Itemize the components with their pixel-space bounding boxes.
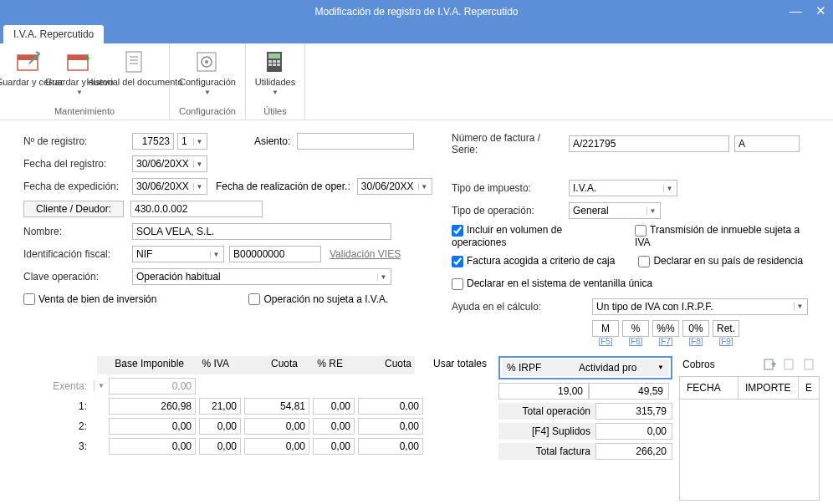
cobros-body[interactable] [680, 400, 819, 500]
r2-re[interactable] [313, 418, 355, 435]
op-no-sujeta-check[interactable]: Operación no sujeta a I.V.A. [248, 293, 388, 306]
clave-select[interactable]: Operación habitual▼ [132, 268, 391, 285]
declarar-pais-check[interactable]: Declarar en su país de residencia [638, 255, 803, 267]
chevron-down-icon: ▼ [272, 89, 279, 96]
irpf-act-head[interactable]: Actividad pro▼ [574, 359, 669, 376]
window-title: Modificación de registro de I.V.A. Reper… [314, 6, 518, 18]
svg-rect-5 [126, 52, 141, 72]
n-registro-serie[interactable]: 1▼ [177, 133, 207, 150]
ayuda-select[interactable]: Un tipo de IVA con I.R.P.F.▼ [592, 298, 808, 315]
nombre-label: Nombre: [23, 226, 132, 237]
cobros-grid: FECHA IMPORTE E [679, 376, 820, 501]
irpf-pct-input[interactable] [498, 383, 589, 400]
nombre-input[interactable] [132, 223, 391, 240]
history-button[interactable]: Historial del documento [105, 47, 164, 98]
r1-iva[interactable] [199, 398, 241, 415]
ventanilla-check[interactable]: Declarar en el sistema de ventanilla úni… [452, 277, 652, 290]
fecha-oper-input[interactable]: 30/06/20XX▼ [357, 178, 432, 195]
total-op-label: Total operación [498, 403, 595, 420]
f9-hint: [F9] [713, 337, 739, 346]
cobros-title: Cobros [682, 359, 715, 370]
add-icon[interactable]: + [763, 358, 776, 371]
cliente-input[interactable] [130, 201, 263, 217]
chevron-down-icon: ▼ [204, 89, 211, 96]
row3-label: 3: [23, 439, 94, 454]
svg-rect-16 [277, 60, 280, 63]
r1-re[interactable] [313, 398, 355, 415]
tab-iva-repercutido[interactable]: I.V.A. Repercutido [3, 25, 104, 43]
col-cuota2: Cuota [346, 356, 415, 374]
tipo-imp-select[interactable]: I.V.A.▼ [569, 180, 677, 196]
transmision-check[interactable]: Transmisión de inmueble sujeta a IVA [635, 224, 816, 248]
col-iva: % IVA [187, 356, 233, 374]
config-button[interactable]: Configuración ▼ [175, 47, 240, 98]
pct-button[interactable]: % [622, 320, 649, 337]
m-button[interactable]: M [592, 320, 619, 337]
r3-base[interactable] [109, 438, 196, 455]
titlebar: Modificación de registro de I.V.A. Reper… [0, 0, 833, 23]
group-utiles: Útiles [251, 106, 299, 118]
delete-icon[interactable] [803, 358, 816, 371]
fecha-reg-input[interactable]: 30/06/20XX▼ [132, 155, 207, 172]
pctpct-button[interactable]: %% [652, 320, 679, 337]
fecha-exp-input[interactable]: 30/06/20XX▼ [132, 178, 207, 195]
grid-area: Base Imponible % IVA Cuota % RE Cuota Us… [0, 353, 833, 504]
col-importe: IMPORTE [738, 377, 799, 399]
id-num-input[interactable] [229, 246, 321, 262]
r1-cuota2[interactable] [358, 398, 423, 415]
history-icon [121, 48, 148, 75]
close-icon[interactable]: ✕ [815, 3, 826, 18]
svg-rect-19 [277, 64, 280, 66]
acogida-check[interactable]: Factura acogida a criterio de caja [452, 255, 615, 267]
exenta-input[interactable] [109, 378, 196, 395]
total-fac-value: 266,20 [595, 443, 672, 460]
col-base: Base Imponible [97, 356, 187, 374]
r1-base[interactable] [109, 398, 196, 415]
save-new-button[interactable]: + Guardar y nuevo ▼ [55, 47, 104, 98]
gear-icon [194, 48, 221, 75]
r3-cuota[interactable] [244, 438, 309, 455]
n-registro-input[interactable] [132, 133, 174, 150]
cliente-button[interactable]: Cliente / Deudor: [23, 201, 124, 217]
r3-re[interactable] [313, 438, 355, 455]
svg-rect-15 [273, 60, 276, 63]
usar-totales-button[interactable]: Usar totales [420, 356, 490, 374]
f5-hint: [F5] [592, 337, 619, 346]
r3-cuota2[interactable] [358, 438, 423, 455]
ret-button[interactable]: Ret. [713, 320, 739, 337]
tipo-op-select[interactable]: General▼ [569, 202, 661, 219]
r3-iva[interactable] [199, 438, 241, 455]
svg-text:+: + [771, 359, 776, 370]
r2-cuota2[interactable] [358, 418, 423, 435]
fecha-oper-label: Fecha de realización de oper.: [216, 181, 350, 192]
exenta-dd[interactable]: ▼ [94, 380, 105, 391]
incluir-check[interactable]: Incluir en volumen de operaciones [452, 224, 618, 248]
ribbon-tabs: I.V.A. Repercutido [0, 23, 833, 43]
utilidades-button[interactable]: Utilidades ▼ [251, 47, 299, 98]
asiento-input[interactable] [297, 133, 414, 150]
irpf-header: % IRPF Actividad pro▼ [498, 356, 672, 379]
validacion-link[interactable]: Validación VIES [330, 248, 401, 260]
grid-header: Base Imponible % IVA Cuota % RE Cuota Us… [23, 356, 492, 374]
save-close-icon [16, 48, 43, 75]
col-cuota: Cuota [233, 356, 301, 374]
r2-cuota[interactable] [244, 418, 309, 435]
svg-rect-17 [268, 64, 272, 66]
group-mantenimiento: Mantenimiento [5, 106, 164, 118]
svg-rect-22 [784, 359, 793, 369]
tipo-op-label: Tipo de operación: [452, 205, 569, 216]
r1-cuota[interactable] [244, 398, 309, 415]
num-factura-input[interactable] [569, 135, 729, 152]
venta-bien-check[interactable]: Venta de bien de inversión [23, 293, 156, 306]
f8-hint: [F8] [682, 337, 709, 346]
copy-icon[interactable] [783, 358, 796, 371]
irpf-imp-input[interactable] [589, 383, 669, 400]
minimize-icon[interactable]: — [790, 3, 802, 18]
r2-base[interactable] [109, 418, 196, 435]
suplidos-input[interactable] [595, 423, 672, 440]
zero-button[interactable]: 0% [682, 320, 709, 337]
r2-iva[interactable] [199, 418, 241, 435]
serie-input[interactable] [734, 135, 800, 152]
id-tipo-select[interactable]: NIF▼ [132, 246, 224, 262]
save-close-button[interactable]: Guardar y cerrar [5, 47, 54, 98]
